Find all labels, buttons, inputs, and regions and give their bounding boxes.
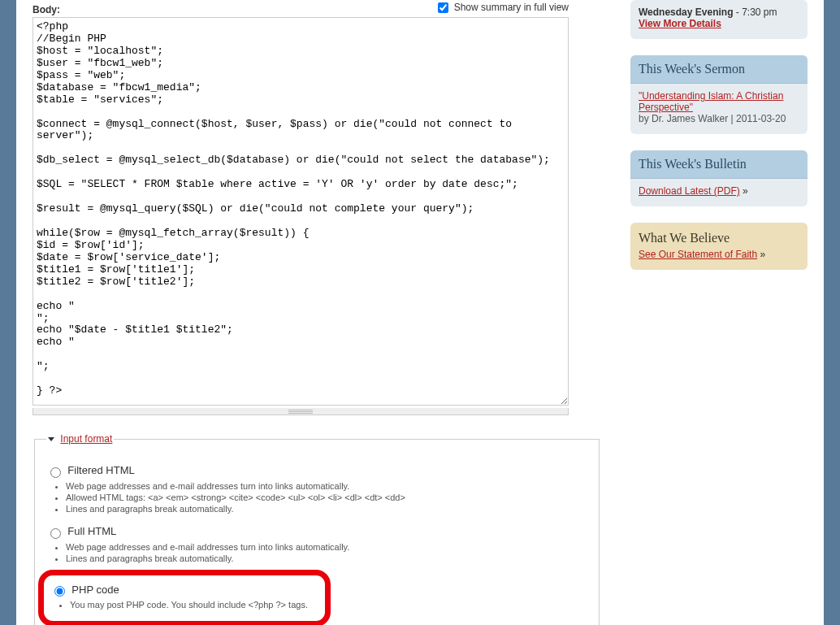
service-time-value: - 7:30 pm — [733, 7, 777, 18]
radio-filtered-html-label: Filtered HTML — [67, 464, 134, 476]
bulletin-download-link[interactable]: Download Latest (PDF) — [639, 185, 740, 197]
believe-suffix: » — [757, 249, 765, 260]
believe-link[interactable]: See Our Statement of Faith — [639, 249, 757, 260]
radio-php-code[interactable] — [54, 586, 65, 597]
tip: Web page addresses and e-mail addresses … — [66, 542, 587, 552]
radio-filtered-html[interactable] — [50, 467, 61, 478]
sidebar-bulletin: This Week's Bulletin Download Latest (PD… — [630, 150, 808, 206]
tip: Lines and paragraphs break automatically… — [66, 553, 587, 563]
format-option-full-html[interactable]: Full HTML Web page addresses and e-mail … — [46, 525, 587, 563]
tips-filtered-html: Web page addresses and e-mail addresses … — [66, 481, 587, 514]
input-format-fieldset: Input format Filtered HTML Web page addr… — [34, 433, 600, 625]
highlight-php-code: PHP code You may post PHP code. You shou… — [38, 570, 331, 625]
show-summary-checkbox[interactable] — [438, 2, 448, 13]
bulletin-heading: This Week's Bulletin — [630, 150, 808, 179]
textarea-resize-grippie[interactable] — [32, 408, 569, 415]
sidebar-service-times: Wednesday Evening - 7:30 pm View More De… — [630, 0, 808, 39]
input-format-legend[interactable]: Input format — [46, 433, 114, 445]
format-option-filtered-html[interactable]: Filtered HTML Web page addresses and e-m… — [46, 464, 587, 514]
radio-full-html-label: Full HTML — [67, 525, 116, 537]
radio-php-code-label: PHP code — [71, 584, 119, 596]
sermon-heading: This Week's Sermon — [630, 55, 808, 84]
chevron-down-icon — [48, 437, 54, 441]
tip: Web page addresses and e-mail addresses … — [66, 481, 587, 491]
view-more-details-link[interactable]: View More Details — [639, 18, 721, 29]
tip: You may post PHP code. You should includ… — [70, 600, 318, 610]
bulletin-suffix: » — [740, 185, 748, 197]
tip: Lines and paragraphs break automatically… — [66, 504, 587, 514]
believe-heading: What We Believe — [630, 223, 808, 247]
body-textarea[interactable] — [32, 17, 569, 406]
service-day-label: Wednesday Evening — [639, 7, 733, 18]
sidebar-believe: What We Believe See Our Statement of Fai… — [630, 223, 808, 270]
input-format-legend-link[interactable]: Input format — [60, 433, 112, 445]
sermon-byline: by Dr. James Walker | 2011-03-20 — [639, 113, 786, 124]
sermon-title-link[interactable]: "Understanding Islam: A Christian Perspe… — [639, 90, 783, 113]
tip: Allowed HTML tags: <a> <em> <strong> <ci… — [66, 493, 587, 502]
tips-php-code: You may post PHP code. You should includ… — [70, 600, 318, 610]
format-option-php-code[interactable]: PHP code You may post PHP code. You shou… — [50, 584, 318, 610]
sidebar-sermon: This Week's Sermon "Understanding Islam:… — [630, 55, 808, 134]
show-summary-label: Show summary in full view — [454, 2, 569, 13]
radio-full-html[interactable] — [50, 528, 61, 539]
tips-full-html: Web page addresses and e-mail addresses … — [66, 542, 587, 563]
